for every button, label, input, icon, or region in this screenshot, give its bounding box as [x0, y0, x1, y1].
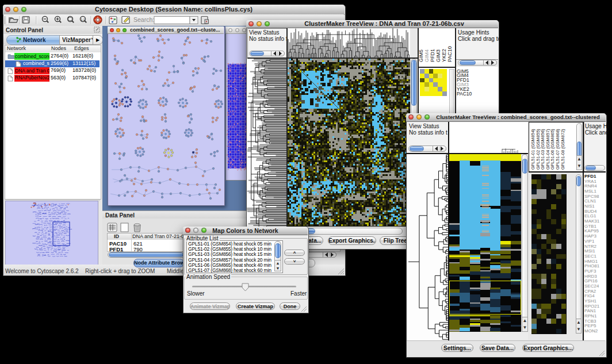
svg-text:Search:: Search: [133, 16, 154, 23]
svg-text:1:1: 1:1 [81, 18, 85, 21]
